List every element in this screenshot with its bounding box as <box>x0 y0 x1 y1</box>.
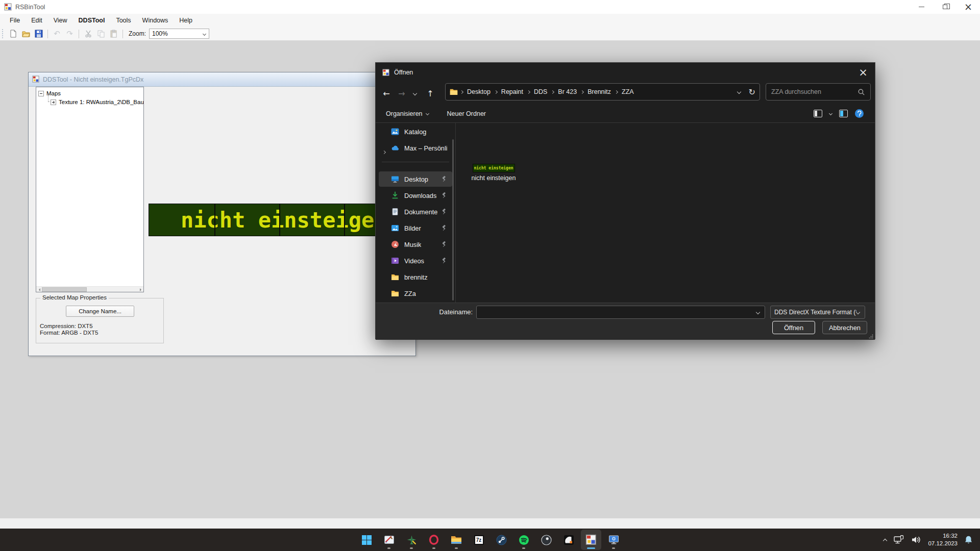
view-dropdown-icon[interactable] <box>829 112 832 115</box>
taskbar-opera-gx[interactable] <box>424 530 444 550</box>
breadcrumb-item[interactable]: Desktop <box>463 88 494 95</box>
taskbar-rsbintool[interactable] <box>581 530 601 550</box>
sidebar-scrollbar[interactable] <box>452 139 454 300</box>
help-icon[interactable] <box>855 109 864 118</box>
change-name-button[interactable]: Change Name... <box>66 306 134 317</box>
open-file-icon[interactable] <box>21 30 30 38</box>
new-folder-button[interactable]: Neuer Ordner <box>447 110 486 117</box>
breadcrumb-item[interactable]: Repaint <box>498 88 527 95</box>
ddstool-titlebar[interactable]: DDSTool - Nicht einsteigen.TgPcDx <box>29 72 415 87</box>
zoom-combobox[interactable]: 100% <box>149 29 209 39</box>
taskbar-7zip[interactable]: 7z <box>469 530 489 550</box>
change-view-icon[interactable] <box>814 110 822 117</box>
network-icon[interactable] <box>893 535 904 545</box>
breadcrumb-item[interactable]: DDS <box>530 88 551 95</box>
breadcrumb-item[interactable]: Brennitz <box>584 88 615 95</box>
preview-pane-icon[interactable] <box>839 110 848 117</box>
organize-menu[interactable]: Organisieren <box>386 110 429 117</box>
dialog-icon <box>382 69 390 77</box>
tree-node-maps[interactable]: Maps <box>38 90 61 96</box>
taskbar-plane-app[interactable] <box>401 530 422 550</box>
menu-help[interactable]: Help <box>174 15 198 26</box>
filename-input[interactable] <box>477 309 756 316</box>
back-icon[interactable] <box>379 89 394 98</box>
dialog-titlebar[interactable]: Öffnen <box>376 63 875 82</box>
breadcrumb-item[interactable]: ZZA <box>618 88 638 95</box>
sidebar-item-zza[interactable]: ZZa <box>379 286 452 301</box>
search-box[interactable] <box>766 83 871 101</box>
sidebar-item-brennitz[interactable]: brennitz <box>379 269 452 285</box>
taskbar-black-tool[interactable] <box>558 530 579 550</box>
sidebar-item-musik[interactable]: Musik <box>379 237 452 252</box>
chevron-right-icon[interactable] <box>383 146 385 156</box>
up-icon[interactable] <box>423 89 438 98</box>
restore-button[interactable] <box>933 0 957 14</box>
refresh-icon[interactable] <box>749 87 755 97</box>
zoom-dropdown-icon[interactable] <box>200 29 209 38</box>
tree-node-texture1[interactable]: Texture 1: RWAustria_2\DB_Baureih <box>51 99 144 105</box>
scrollbar-thumb[interactable] <box>42 287 87 292</box>
sidebar-item-katalog[interactable]: Katalog <box>379 124 452 139</box>
menu-edit[interactable]: Edit <box>26 15 48 26</box>
taskbar-obs[interactable] <box>536 530 556 550</box>
copy-icon[interactable] <box>96 30 105 38</box>
search-icon[interactable] <box>857 88 865 96</box>
sidebar-item-bilder[interactable]: Bilder <box>379 220 452 236</box>
search-input[interactable] <box>771 88 857 95</box>
minimize-button[interactable] <box>910 0 933 14</box>
taskbar-spotify[interactable] <box>513 530 534 550</box>
new-file-icon[interactable] <box>9 30 17 38</box>
breadcrumb[interactable]: Desktop Repaint DDS Br 423 Brennitz ZZA <box>445 83 760 101</box>
filename-combobox[interactable] <box>476 306 765 319</box>
menu-view[interactable]: View <box>48 15 73 26</box>
scroll-left-icon[interactable] <box>36 287 42 292</box>
forward-icon[interactable] <box>394 89 409 98</box>
cancel-button[interactable]: Abbrechen <box>822 321 867 334</box>
taskbar-paint-app[interactable] <box>379 530 399 550</box>
collapse-icon[interactable] <box>38 91 44 96</box>
taskbar-file-explorer[interactable] <box>446 530 467 550</box>
selected-map-properties-group: Selected Map Properties Change Name... C… <box>36 298 164 343</box>
menu-file[interactable]: File <box>4 15 26 26</box>
menu-windows[interactable]: Windows <box>137 15 174 26</box>
windows-logo-icon <box>362 535 372 545</box>
breadcrumb-item[interactable]: Br 423 <box>554 88 580 95</box>
save-icon[interactable] <box>34 30 43 38</box>
sidebar-item-onedrive[interactable]: Max – Persönlic <box>379 140 452 156</box>
address-dropdown-icon[interactable] <box>738 90 741 93</box>
menu-ddstool[interactable]: DDSTool <box>73 15 111 26</box>
dialog-close-button[interactable] <box>851 63 875 82</box>
file-thumbnail[interactable]: nicht einsteigen <box>473 164 515 172</box>
sidebar-item-videos[interactable]: Videos <box>379 253 452 268</box>
taskbar-steam[interactable] <box>491 530 511 550</box>
chevron-down-icon[interactable] <box>756 310 760 314</box>
paste-icon[interactable] <box>109 30 118 38</box>
close-button[interactable] <box>957 0 980 14</box>
file-item[interactable]: nicht einsteigen nicht einsteigen <box>465 164 522 182</box>
texture-preview[interactable]: nicht einsteigen <box>149 204 388 236</box>
cut-icon[interactable] <box>84 30 92 38</box>
volume-icon[interactable] <box>911 535 921 544</box>
resize-grip-icon[interactable] <box>869 334 873 339</box>
ddstool-window: DDSTool - Nicht einsteigen.TgPcDx Maps T… <box>28 72 416 356</box>
app-icon <box>4 3 12 11</box>
sidebar-item-downloads[interactable]: Downloads <box>379 188 452 203</box>
tray-overflow-icon[interactable] <box>884 535 887 544</box>
redo-icon[interactable]: ↷ <box>65 30 74 38</box>
tree-horizontal-scrollbar[interactable] <box>36 286 143 292</box>
recent-locations-icon[interactable] <box>409 92 421 95</box>
expand-icon[interactable] <box>51 99 56 105</box>
sidebar-item-dokumente[interactable]: Dokumente <box>379 204 452 219</box>
undo-icon[interactable]: ↶ <box>53 30 61 38</box>
notification-bell-icon[interactable] <box>964 535 973 544</box>
scroll-right-icon[interactable] <box>138 287 143 292</box>
filetype-dropdown[interactable]: DDS DirectX Texture Format (*.d <box>770 306 865 319</box>
sidebar-item-desktop[interactable]: Desktop <box>379 171 452 187</box>
taskbar-monitor-app[interactable] <box>603 530 624 550</box>
maps-treeview[interactable]: Maps Texture 1: RWAustria_2\DB_Baureih <box>36 87 144 292</box>
menu-tools[interactable]: Tools <box>110 15 136 26</box>
open-button[interactable]: Öffnen <box>772 321 815 334</box>
tray-clock[interactable]: 16:32 07.12.2023 <box>928 532 958 547</box>
start-button[interactable] <box>356 530 377 550</box>
toolbar-grip[interactable] <box>2 29 4 38</box>
